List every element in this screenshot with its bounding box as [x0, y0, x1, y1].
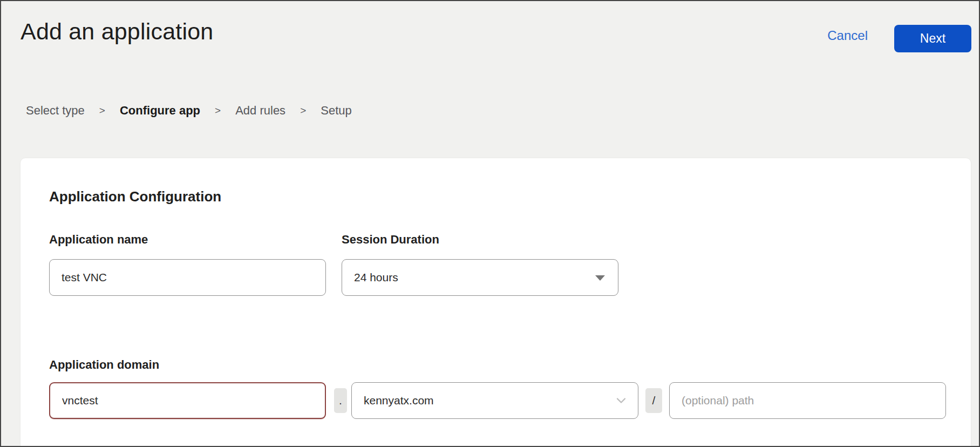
application-configuration-card: Application Configuration Application na… [20, 158, 971, 447]
breadcrumb-step-configure-app[interactable]: Configure app [120, 104, 200, 118]
application-name-label: Application name [49, 233, 148, 247]
domain-select[interactable]: kennyatx.com [351, 382, 638, 419]
subdomain-input[interactable] [49, 382, 326, 419]
path-input[interactable] [669, 382, 946, 419]
add-application-page: Add an application Cancel Next Select ty… [0, 0, 980, 447]
domain-selected-value: kennyatx.com [364, 394, 434, 407]
session-duration-label: Session Duration [342, 233, 439, 247]
session-duration-selected-value: 24 hours [354, 271, 398, 284]
breadcrumb-step-add-rules[interactable]: Add rules [235, 104, 285, 118]
breadcrumb-separator: > [215, 105, 221, 117]
caret-down-icon [595, 275, 605, 281]
breadcrumb-step-setup[interactable]: Setup [321, 104, 352, 118]
chevron-down-icon [615, 395, 627, 407]
slash-separator: / [645, 388, 662, 413]
breadcrumb-step-select-type[interactable]: Select type [26, 104, 85, 118]
session-duration-select[interactable]: 24 hours [342, 259, 618, 296]
page-title: Add an application [21, 18, 213, 45]
breadcrumb: Select type > Configure app > Add rules … [26, 104, 352, 118]
section-title: Application Configuration [49, 188, 221, 205]
application-domain-label: Application domain [49, 358, 159, 372]
dot-separator: . [334, 388, 347, 413]
cancel-button[interactable]: Cancel [827, 28, 868, 43]
next-button[interactable]: Next [894, 25, 971, 52]
breadcrumb-separator: > [300, 105, 306, 117]
application-name-input[interactable] [49, 259, 326, 296]
breadcrumb-separator: > [99, 105, 105, 117]
